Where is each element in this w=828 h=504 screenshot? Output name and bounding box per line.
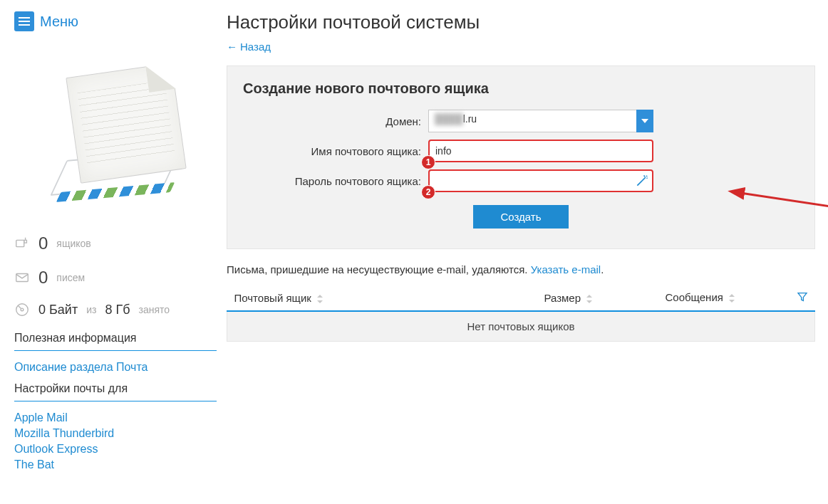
client-link-3[interactable]: The Bat	[14, 457, 217, 473]
mail-illustration	[30, 48, 201, 212]
arrow-left-icon: ←	[227, 41, 237, 53]
client-link-0[interactable]: Apple Mail	[14, 410, 217, 426]
create-mailbox-panel: Создание нового почтового ящика Домен: █…	[227, 65, 815, 249]
svg-point-3	[16, 304, 29, 316]
chevron-down-icon[interactable]	[636, 110, 653, 132]
sort-icon	[729, 294, 736, 303]
mailbox-password-input[interactable]	[428, 169, 653, 192]
step-badge-1: 1	[421, 155, 435, 169]
create-button[interactable]: Создать	[473, 205, 568, 229]
menu-button[interactable]: Меню	[14, 11, 217, 31]
stat-letters: 0 писем	[14, 261, 217, 295]
back-link[interactable]: ← Назад	[227, 41, 271, 53]
th-size[interactable]: Размер	[537, 285, 658, 311]
disk-icon	[14, 302, 30, 317]
note-text: Письма, пришедшие на несуществующие e-ma…	[227, 263, 815, 275]
sort-icon	[317, 295, 324, 303]
storage-value: 0 Байт	[38, 303, 78, 317]
envelope-icon	[14, 270, 30, 285]
magic-wand-icon[interactable]	[635, 174, 649, 188]
specify-email-link[interactable]: Указать e-mail	[531, 263, 601, 275]
link-info-mail[interactable]: Описание раздела Почта	[14, 359, 217, 375]
hamburger-icon	[14, 11, 34, 31]
svg-rect-0	[16, 240, 24, 246]
sidebar-heading-info: Полезная информация	[14, 325, 217, 351]
label-mailbox-password: Пароль почтового ящика:	[243, 175, 428, 187]
menu-label: Меню	[40, 14, 78, 30]
svg-rect-2	[16, 274, 29, 282]
svg-line-5	[740, 193, 828, 209]
svg-point-4	[21, 308, 24, 311]
label-mailbox-name: Имя почтового ящика:	[243, 145, 428, 157]
letters-value: 0	[38, 268, 48, 288]
mailbox-icon	[14, 236, 30, 251]
label-domain: Домен:	[243, 115, 428, 127]
stat-mailboxes: 0 ящиков	[14, 226, 217, 261]
table-empty-row: Нет почтовых ящиков	[227, 311, 815, 342]
client-link-1[interactable]: Mozilla Thunderbird	[14, 426, 217, 441]
domain-select[interactable]: ████l.ru	[428, 110, 653, 132]
stat-storage: 0 Байт из 8 Гб занято	[14, 295, 217, 325]
mailboxes-value: 0	[38, 233, 48, 253]
sort-icon	[586, 295, 594, 303]
step-badge-2: 2	[421, 185, 435, 199]
mailbox-name-input[interactable]	[428, 140, 653, 162]
th-mailbox[interactable]: Почтовый ящик	[227, 285, 537, 311]
client-link-2[interactable]: Outlook Express	[14, 441, 217, 457]
page-title: Настройки почтовой системы	[227, 11, 815, 33]
letters-unit: писем	[56, 272, 85, 283]
mailboxes-unit: ящиков	[56, 238, 90, 249]
filter-icon[interactable]	[797, 291, 808, 305]
th-messages[interactable]: Сообщения	[658, 285, 815, 311]
sidebar-heading-clients: Настройки почты для	[14, 375, 217, 401]
panel-title: Создание нового почтового ящика	[243, 80, 799, 97]
mailbox-table: Почтовый ящик Размер Сообщения Нет почто…	[227, 285, 815, 342]
step-3-annotation: 3	[713, 186, 828, 243]
